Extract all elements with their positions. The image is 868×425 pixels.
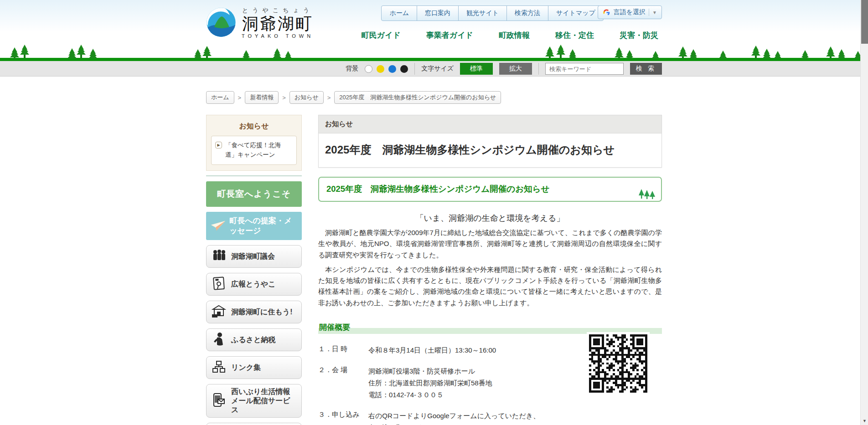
sidebar-item-nishi-iburi-union[interactable]: 西胆振行政事務組合: [206, 423, 302, 425]
sidebar-item-label: リンク集: [231, 363, 261, 372]
breadcrumb-separator: >: [327, 94, 331, 101]
detail-row-application: ３．申し込み 右のQRコードよりGoogleフォームに入っていただき、 申し込み…: [318, 410, 662, 425]
top-nav-sitemap[interactable]: サイトマップ: [548, 6, 603, 20]
logo-furigana: とうやこちょう: [242, 6, 314, 15]
sidebar-item-label: 洞爺湖町議会: [231, 252, 275, 261]
breadcrumb-current-page[interactable]: 2025年度 洞爺湖生物多様性シンポジウム開催のお知らせ: [334, 91, 501, 104]
divider: [414, 63, 415, 75]
detail-value: 申し込み願います。: [368, 422, 540, 425]
search-button[interactable]: 検 索: [630, 63, 662, 75]
main-content: お知らせ 2025年度 洞爺湖生物多様性シンポジウム開催のお知らせ 2025年度…: [318, 115, 662, 425]
top-nav-kensaku[interactable]: 検索方法: [507, 6, 548, 20]
breadcrumb-home[interactable]: ホーム: [206, 91, 234, 104]
top-nav-madoguchi[interactable]: 窓口案内: [417, 6, 459, 20]
top-nav-kanko[interactable]: 観光サイト: [459, 6, 507, 20]
scrollbar-down-arrow[interactable]: ▼: [861, 417, 868, 425]
sidebar-item-live-in-toyako[interactable]: 洞爺湖町に住もう!: [206, 301, 302, 323]
sidebar-news-box: お知らせ ▶ 「食べて応援！北海道」キャンペーン: [206, 115, 302, 171]
article-paragraph-1: 洞爺湖町と酪農学園大学が2009年7月に締結した地域総合交流協定に基づいて、これ…: [318, 227, 662, 261]
newsletter-icon: [211, 277, 227, 292]
main-nav-jigyosha-guide[interactable]: 事業者ガイド: [426, 30, 473, 41]
background-label: 背景: [346, 65, 358, 73]
bg-color-yellow-button[interactable]: [377, 65, 384, 73]
sidebar-item-label: ふるさと納税: [231, 335, 276, 344]
bg-color-blue-button[interactable]: [388, 65, 396, 73]
tree-border-decoration: [0, 46, 868, 58]
main-nav-iju-teiju[interactable]: 移住・定住: [555, 30, 594, 41]
detail-label: ３．申し込み: [318, 410, 368, 425]
sidebar-item-public-relations[interactable]: 広報とうやこ: [206, 273, 302, 296]
sidebar-item-label: 広報とうやこ: [231, 280, 276, 289]
google-g-icon: [603, 9, 610, 16]
sidebar-news-title: お知らせ: [211, 120, 297, 136]
article-subtitle: 「いま、洞爺湖の生命と環境を考える」: [318, 213, 662, 224]
article-header: お知らせ 2025年度 洞爺湖生物多様性シンポジウム開催のお知らせ: [318, 115, 662, 168]
green-divider-bar: [0, 58, 868, 61]
council-people-icon: [211, 250, 227, 263]
paper-plane-icon: [211, 218, 226, 234]
detail-value: 電話：0142-74-３００５: [368, 389, 492, 400]
sidebar-news-link[interactable]: 「食べて応援！北海道」キャンペーン: [225, 141, 293, 160]
main-nav: 町民ガイド 事業者ガイド 町政情報 移住・定住 災害・防災: [362, 30, 658, 41]
sidebar-item-links[interactable]: リンク集: [206, 356, 302, 379]
sidebar-item-label-line2: メール配信サービス: [231, 397, 290, 414]
sidebar-item-mail-service[interactable]: 西いぶり生活情報 メール配信サービス: [206, 384, 302, 418]
language-selector[interactable]: 言語を選択 ▼: [598, 5, 662, 19]
sidebar-item-label: 町長への提案・メッセージ: [229, 216, 297, 236]
site-logo[interactable]: とうやこちょう 洞爺湖町 TOYAKO TOWN: [206, 6, 314, 39]
person-icon: [211, 332, 227, 348]
sidebar: お知らせ ▶ 「食べて応援！北海道」キャンペーン 町長室へようこそ 町長への提案…: [206, 115, 302, 425]
trees-icon: [638, 189, 656, 199]
breadcrumb-news[interactable]: 新着情報: [245, 91, 279, 104]
breadcrumb-oshirase[interactable]: お知らせ: [289, 91, 324, 104]
search-input[interactable]: [545, 63, 624, 75]
bg-color-white-button[interactable]: [365, 65, 372, 73]
divider: [538, 63, 539, 75]
page-title: 2025年度 洞爺湖生物多様性シンポジウム開催のお知らせ: [319, 133, 661, 167]
article-heading-box: 2025年度 洞爺湖生物多様性シンポジウム開催のお知らせ: [318, 177, 662, 202]
mobile-mail-icon: [211, 393, 227, 409]
article-heading: 2025年度 洞爺湖生物多様性シンポジウム開催のお知らせ: [326, 183, 654, 195]
main-nav-chomin-guide[interactable]: 町民ガイド: [362, 30, 401, 41]
scrollbar-thumb[interactable]: [861, 0, 868, 44]
category-label: お知らせ: [319, 115, 661, 133]
sidebar-item-label-line1: 西いぶり生活情報: [231, 388, 290, 395]
link-collection-icon: [211, 360, 227, 375]
top-nav-home[interactable]: ホーム: [382, 6, 417, 20]
article-paragraph-2: 本シンポジウムでは、今までの生物多様性保全や外来種問題に関する教育・研究・保全活…: [318, 264, 662, 308]
divider: [649, 9, 649, 16]
arrow-right-icon: ▶: [215, 142, 222, 148]
utility-bar: 背景 文字サイズ 標準 拡大 検 索: [0, 61, 868, 77]
qr-code-image: [587, 332, 650, 395]
divider: [206, 175, 302, 176]
main-nav-saigai-bosai[interactable]: 災害・防災: [620, 30, 658, 41]
detail-value: 洞爺湖町役場3階・防災研修ホール: [368, 366, 492, 377]
house-icon: [211, 305, 227, 319]
bg-color-black-button[interactable]: [400, 65, 408, 73]
logo-romaji: TOYAKO TOWN: [242, 33, 314, 39]
town-emblem-icon: [206, 7, 236, 37]
sidebar-news-item[interactable]: ▶ 「食べて応援！北海道」キャンペーン: [211, 136, 297, 165]
sidebar-item-town-council[interactable]: 洞爺湖町議会: [206, 245, 302, 268]
breadcrumb-separator: >: [238, 94, 242, 101]
sidebar-item-mayor-message[interactable]: 町長への提案・メッセージ: [206, 212, 302, 240]
font-size-label: 文字サイズ: [421, 65, 454, 73]
detail-value: 令和８年3月14日（土曜日）13:30～16:00: [368, 345, 496, 356]
language-label: 言語を選択: [614, 8, 646, 16]
font-size-large-button[interactable]: 拡大: [499, 63, 532, 75]
sidebar-item-mayor-room[interactable]: 町長室へようこそ: [206, 181, 302, 207]
sidebar-item-furusato-tax[interactable]: ふるさと納税: [206, 328, 302, 351]
sidebar-item-label: 町長室へようこそ: [217, 188, 291, 200]
breadcrumb: ホーム > 新着情報 > お知らせ > 2025年度 洞爺湖生物多様性シンポジウ…: [206, 91, 662, 104]
page-scrollbar[interactable]: ▼: [860, 0, 868, 425]
logo-town-name: 洞爺湖町: [242, 15, 314, 33]
chevron-down-icon[interactable]: ▼: [652, 10, 657, 15]
detail-value: 右のQRコードよりGoogleフォームに入っていただき、: [368, 410, 540, 421]
detail-value: 住所：北海道虻田郡洞爺湖町栄町58番地: [368, 378, 492, 389]
top-nav: ホーム 窓口案内 観光サイト 検索方法 サイトマップ: [381, 5, 604, 21]
breadcrumb-separator: >: [282, 94, 286, 101]
font-size-standard-button[interactable]: 標準: [460, 63, 493, 75]
main-nav-chosei-joho[interactable]: 町政情報: [499, 30, 530, 41]
detail-label: １．日 時: [318, 345, 368, 357]
site-header: とうやこちょう 洞爺湖町 TOYAKO TOWN ホーム 窓口案内 観光サイト …: [0, 0, 868, 46]
